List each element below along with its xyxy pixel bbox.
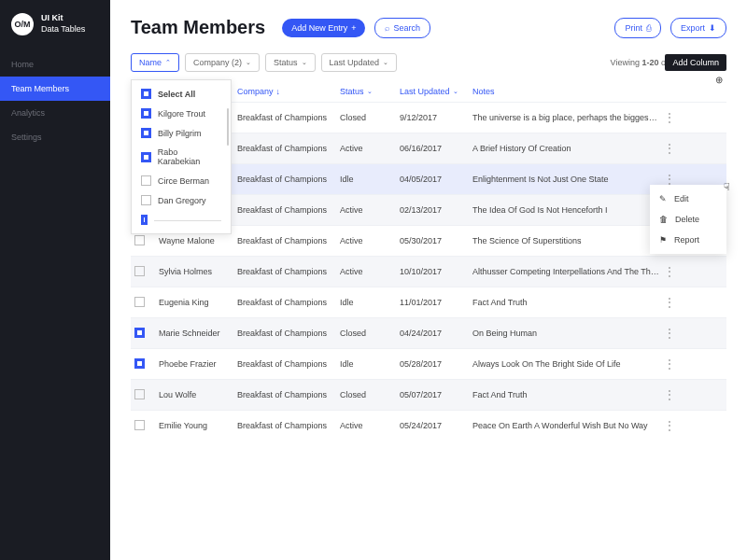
nav-settings[interactable]: Settings: [0, 125, 110, 149]
cell-date: 06/16/2017: [400, 144, 472, 153]
print-button[interactable]: Print⎙: [614, 18, 661, 38]
dd-item[interactable]: ————————: [132, 210, 231, 230]
col-notes[interactable]: Notes: [472, 87, 706, 96]
nav-analytics[interactable]: Analytics: [0, 101, 110, 125]
logo-icon: O/M: [11, 13, 34, 35]
checkbox-icon: [141, 108, 151, 119]
col-company[interactable]: Company↓: [237, 87, 340, 96]
filter-status[interactable]: Status⌄: [265, 53, 316, 72]
cell-status: Closed: [340, 390, 400, 399]
row-checkbox[interactable]: [134, 420, 145, 430]
export-button[interactable]: Export⬇: [670, 18, 726, 38]
row-checkbox[interactable]: [134, 328, 145, 338]
row-menu-button[interactable]: ⋮: [664, 265, 675, 278]
scrollbar[interactable]: [227, 108, 229, 146]
dd-item[interactable]: Dan Gregory: [132, 190, 231, 210]
cell-name: Eugenia King: [159, 298, 237, 307]
plus-icon: +: [351, 23, 356, 33]
cell-status: Active: [340, 205, 400, 215]
cell-status: Active: [340, 421, 400, 430]
cell-notes: The Science Of Superstitions: [472, 236, 659, 245]
cell-company: Breakfast of Champions: [237, 329, 340, 338]
cell-status: Active: [340, 236, 400, 245]
row-menu-button[interactable]: ⋮: [664, 296, 675, 309]
search-icon: ⌕: [385, 23, 389, 33]
cell-date: 05/28/2017: [400, 359, 472, 369]
table-row[interactable]: Marie SchneiderBreakfast of ChampionsClo…: [131, 317, 726, 348]
cell-company: Breakfast of Champions: [237, 421, 340, 430]
table-row[interactable]: Phoebe FrazierBreakfast of ChampionsIdle…: [131, 348, 726, 379]
table-row[interactable]: Emilie YoungBreakfast of ChampionsActive…: [131, 410, 726, 441]
cell-date: 04/05/2017: [400, 175, 472, 184]
cell-notes: Fact And Truth: [472, 390, 659, 399]
table-row[interactable]: Sylvia HolmesBreakfast of ChampionsActiv…: [131, 256, 726, 287]
cell-status: Closed: [340, 329, 400, 338]
chevron-down-icon: ⌄: [302, 59, 307, 66]
print-icon: ⎙: [646, 23, 651, 33]
checkbox-icon: [141, 175, 151, 186]
add-column-tooltip: Add Column: [665, 54, 726, 71]
cell-name: Phoebe Frazier: [159, 359, 237, 369]
cell-date: 05/07/2017: [400, 390, 472, 399]
row-menu-button[interactable]: ⋮: [664, 142, 675, 155]
brand-subtitle: Data Tables: [41, 24, 85, 35]
dd-item[interactable]: Kilgore Trout: [132, 104, 231, 123]
row-checkbox[interactable]: [134, 266, 145, 276]
dd-select-all[interactable]: Select All: [132, 84, 231, 104]
name-filter-dropdown: Select All Kilgore Trout Billy Pilgrim R…: [131, 79, 232, 234]
cm-edit[interactable]: ✎Edit: [650, 189, 726, 209]
table-row[interactable]: Eugenia KingBreakfast of ChampionsIdle11…: [131, 287, 726, 317]
add-column-button[interactable]: ⊕: [715, 75, 723, 85]
chevron-up-icon: ⌃: [165, 59, 171, 66]
search-button[interactable]: ⌕Search: [374, 18, 430, 38]
cell-notes: Peace On Earth A Wonderful Wish But No W…: [472, 421, 659, 430]
add-entry-button[interactable]: Add New Entry+: [282, 19, 365, 37]
cell-date: 10/10/2017: [400, 267, 472, 276]
main-content: Team Members Add New Entry+ ⌕Search Prin…: [110, 0, 747, 560]
row-checkbox[interactable]: [134, 297, 145, 307]
cell-date: 04/24/2017: [400, 329, 472, 338]
cell-notes: The universe is a big place, perhaps the…: [472, 113, 659, 122]
row-menu-button[interactable]: ⋮: [664, 388, 675, 401]
cell-date: 05/24/2017: [400, 421, 472, 430]
dd-item[interactable]: Billy Pilgrim: [132, 123, 231, 143]
cell-notes: Fact And Truth: [472, 298, 659, 307]
cell-notes: On Being Human: [472, 329, 659, 338]
cell-status: Idle: [340, 175, 400, 184]
row-menu-button[interactable]: ⋮: [664, 327, 675, 340]
cell-status: Active: [340, 144, 400, 153]
checkbox-icon: [141, 195, 151, 205]
nav-home[interactable]: Home: [0, 52, 110, 77]
row-menu-button[interactable]: ⋮: [664, 419, 675, 432]
filter-updated[interactable]: Last Updated⌄: [321, 53, 398, 72]
sort-down-icon: ↓: [276, 87, 281, 96]
cell-status: Idle: [340, 359, 400, 369]
row-menu-button[interactable]: ⋮: [664, 111, 675, 124]
cell-company: Breakfast of Champions: [237, 390, 340, 399]
filter-name[interactable]: Name⌃: [131, 53, 179, 72]
cell-company: Breakfast of Champions: [237, 175, 340, 184]
pencil-icon: ✎: [659, 194, 667, 203]
cm-delete[interactable]: 🗑Delete: [650, 209, 726, 230]
filter-bar: Name⌃ Company (2)⌄ Status⌄ Last Updated⌄…: [131, 53, 726, 72]
cm-report[interactable]: ⚑Report: [650, 230, 726, 250]
dd-item[interactable]: Rabo Karabekian: [132, 143, 231, 171]
cell-status: Closed: [340, 113, 400, 122]
nav-team-members[interactable]: Team Members: [0, 77, 110, 101]
checkbox-icon: [141, 128, 151, 138]
cell-notes: Althusser Competing Interpellations And …: [472, 267, 659, 276]
col-updated[interactable]: Last Updated⌄: [400, 87, 472, 96]
brand-title: UI Kit: [41, 13, 85, 24]
col-status[interactable]: Status⌄: [340, 87, 400, 96]
cell-name: Emilie Young: [159, 421, 237, 430]
row-checkbox[interactable]: [134, 389, 145, 399]
row-checkbox[interactable]: [134, 358, 145, 369]
row-checkbox[interactable]: [134, 235, 145, 245]
cell-company: Breakfast of Champions: [237, 113, 340, 122]
row-menu-button[interactable]: ⋮: [664, 357, 675, 371]
dd-item[interactable]: Circe Berman: [132, 171, 231, 190]
table-row[interactable]: Lou WolfeBreakfast of ChampionsClosed05/…: [131, 379, 726, 410]
row-menu-button[interactable]: ⋮: [664, 173, 675, 186]
filter-company[interactable]: Company (2)⌄: [185, 53, 260, 72]
cell-status: Active: [340, 267, 400, 276]
